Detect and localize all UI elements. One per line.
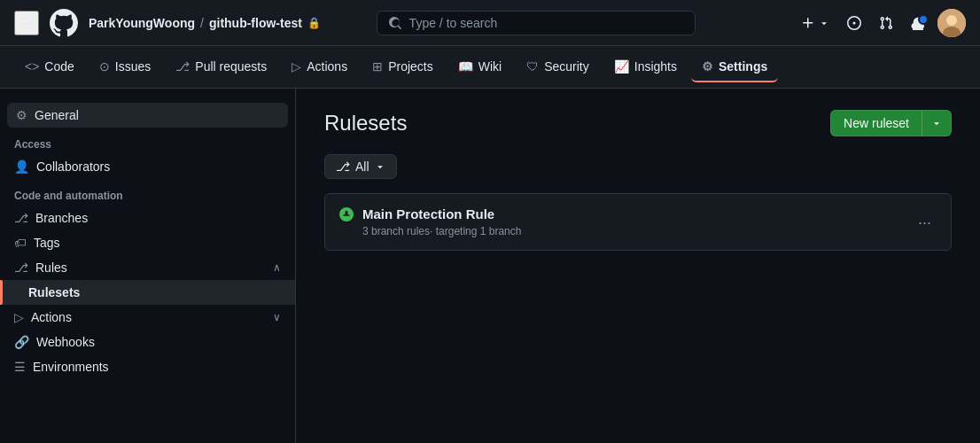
sub-nav: <> Code ⊙ Issues ⎇ Pull requests ▷ Actio… bbox=[0, 46, 980, 89]
sidebar-item-rules[interactable]: ⎇ Rules ∧ bbox=[0, 255, 295, 280]
tags-icon: 🏷 bbox=[14, 236, 27, 250]
rulesets-label: Rulesets bbox=[28, 285, 80, 299]
webhooks-label: Webhooks bbox=[36, 335, 95, 349]
sidebar-item-general[interactable]: ⚙ General bbox=[7, 103, 288, 128]
filter-icon: ⎇ bbox=[336, 159, 350, 174]
actions-expand-icon: ∨ bbox=[273, 311, 281, 323]
filter-all-button[interactable]: ⎇ All bbox=[324, 154, 397, 179]
nav-actions bbox=[796, 9, 966, 37]
new-button[interactable] bbox=[796, 12, 835, 34]
ruleset-more-button[interactable]: ··· bbox=[913, 211, 937, 234]
rules-icon: ⎇ bbox=[14, 260, 28, 275]
tab-wiki[interactable]: 📖 Wiki bbox=[447, 52, 512, 82]
actions-sidebar-icon: ▷ bbox=[14, 310, 24, 324]
user-name[interactable]: ParkYoungWoong bbox=[89, 16, 195, 30]
ruleset-name[interactable]: Main Protection Rule bbox=[362, 206, 521, 222]
new-ruleset-label: New ruleset bbox=[831, 111, 922, 136]
tab-pull-requests[interactable]: ⎇ Pull requests bbox=[165, 52, 277, 82]
ruleset-meta: 3 branch rules· targeting 1 branch bbox=[362, 225, 521, 237]
tab-security[interactable]: 🛡 Security bbox=[516, 52, 600, 82]
sidebar-item-environments[interactable]: ☰ Environments bbox=[0, 354, 295, 379]
avatar[interactable] bbox=[937, 9, 966, 37]
sidebar-item-tags[interactable]: 🏷 Tags bbox=[0, 230, 295, 255]
sidebar-item-collaborators[interactable]: 👤 Collaborators bbox=[0, 154, 295, 179]
wiki-icon: 📖 bbox=[458, 59, 473, 74]
tab-issues[interactable]: ⊙ Issues bbox=[89, 52, 161, 82]
actions-label: Actions bbox=[31, 310, 72, 324]
sidebar-item-actions[interactable]: ▷ Actions ∨ bbox=[0, 305, 295, 330]
top-nav: ParkYoungWoong / github-flow-test 🔒 Type… bbox=[0, 0, 980, 46]
branches-label: Branches bbox=[35, 211, 88, 225]
tab-actions[interactable]: ▷ Actions bbox=[281, 52, 358, 82]
ruleset-status-icon bbox=[339, 207, 354, 225]
tab-projects[interactable]: ⊞ Projects bbox=[362, 52, 444, 82]
security-icon: 🛡 bbox=[526, 59, 539, 74]
issues-button[interactable] bbox=[842, 12, 867, 34]
branches-icon: ⎇ bbox=[14, 211, 28, 225]
settings-icon: ⚙ bbox=[702, 59, 713, 74]
github-logo[interactable] bbox=[50, 9, 78, 37]
ruleset-card: Main Protection Rule 3 branch rules· tar… bbox=[324, 193, 952, 251]
svg-point-1 bbox=[946, 15, 957, 26]
rules-label: Rules bbox=[35, 260, 67, 275]
new-ruleset-button[interactable]: New ruleset bbox=[830, 110, 952, 136]
ruleset-info: Main Protection Rule 3 branch rules· tar… bbox=[339, 206, 521, 237]
code-icon: <> bbox=[25, 59, 39, 74]
sidebar: ⚙ General Access 👤 Collaborators Code an… bbox=[0, 89, 296, 443]
pr-icon: ⎇ bbox=[175, 59, 190, 74]
sidebar-item-rulesets[interactable]: Rulesets bbox=[0, 280, 295, 305]
webhooks-icon: 🔗 bbox=[14, 335, 29, 349]
sidebar-item-branches[interactable]: ⎇ Branches bbox=[0, 206, 295, 230]
repo-name[interactable]: github-flow-test bbox=[209, 16, 302, 30]
hamburger-menu[interactable] bbox=[14, 11, 39, 35]
breadcrumb-separator: / bbox=[200, 16, 204, 30]
lock-icon: 🔒 bbox=[307, 17, 321, 29]
search-placeholder: Type / to search bbox=[409, 16, 498, 30]
actions-icon: ▷ bbox=[292, 59, 301, 74]
filter-bar: ⎇ All bbox=[324, 154, 952, 179]
filter-label: All bbox=[355, 159, 369, 174]
issues-icon: ⊙ bbox=[99, 59, 110, 74]
sidebar-item-webhooks[interactable]: 🔗 Webhooks bbox=[0, 330, 295, 354]
insights-icon: 📈 bbox=[614, 59, 629, 74]
page-title: Rulesets bbox=[324, 111, 407, 136]
tab-settings[interactable]: ⚙ Settings bbox=[691, 52, 778, 82]
environments-icon: ☰ bbox=[14, 360, 26, 374]
inbox-button[interactable] bbox=[906, 12, 930, 34]
breadcrumb: ParkYoungWoong / github-flow-test 🔒 bbox=[89, 16, 321, 30]
main-layout: ⚙ General Access 👤 Collaborators Code an… bbox=[0, 89, 980, 443]
tab-insights[interactable]: 📈 Insights bbox=[603, 52, 688, 82]
projects-icon: ⊞ bbox=[372, 59, 383, 74]
environments-label: Environments bbox=[33, 360, 109, 374]
collaborators-icon: 👤 bbox=[14, 159, 29, 174]
tags-label: Tags bbox=[34, 236, 60, 250]
general-icon: ⚙ bbox=[16, 108, 27, 122]
tab-code[interactable]: <> Code bbox=[14, 52, 85, 82]
page-header: Rulesets New ruleset bbox=[324, 110, 952, 136]
new-ruleset-dropdown-icon[interactable] bbox=[922, 113, 951, 134]
ruleset-details: Main Protection Rule 3 branch rules· tar… bbox=[362, 206, 521, 237]
collaborators-label: Collaborators bbox=[36, 159, 110, 174]
rules-collapse-icon: ∧ bbox=[273, 261, 281, 274]
pull-requests-button[interactable] bbox=[874, 12, 898, 34]
general-label: General bbox=[35, 108, 79, 122]
access-section-label: Access bbox=[0, 128, 295, 154]
main-content: Rulesets New ruleset ⎇ All bbox=[296, 89, 980, 443]
code-automation-section-label: Code and automation bbox=[0, 179, 295, 206]
search-bar[interactable]: Type / to search bbox=[377, 11, 696, 35]
